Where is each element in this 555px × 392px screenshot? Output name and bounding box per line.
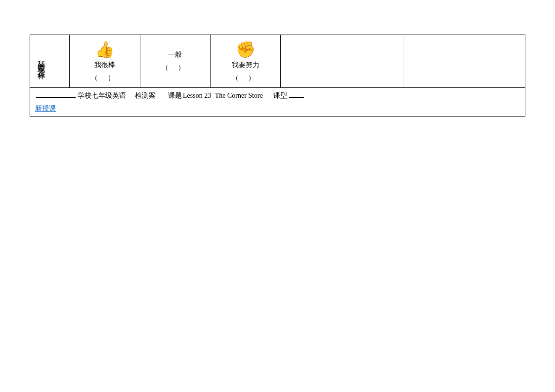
info-line: 学校七年级英语 检测案 课题 Lesson 23 The Corner Stor…: [35, 91, 520, 113]
main-row: 我的表现怎么样 👍 我很棒 （ ） 一般 （ ） ✊ 我要努力: [30, 35, 525, 88]
info-cell: 学校七年级英语 检测案 课题 Lesson 23 The Corner Stor…: [30, 88, 525, 117]
medium-parens: （ ）: [143, 63, 207, 72]
text-school: 学校七年级英语: [78, 91, 126, 100]
medium-cell: 一般 （ ）: [140, 35, 210, 88]
text-kelei: 课型: [273, 91, 287, 100]
good-icon: 👍: [73, 40, 136, 59]
lesson-category: 新授课: [35, 104, 520, 113]
good-parens: （ ）: [73, 74, 136, 82]
lesson-title: The Corner Store: [215, 92, 263, 100]
good-label: 我很棒: [73, 61, 136, 70]
label-text: 我的表现怎么样: [32, 49, 51, 73]
text-keti: 课题: [168, 91, 182, 100]
effort-cell: ✊ 我要努力 （ ）: [210, 35, 280, 88]
effort-icon: ✊: [213, 40, 277, 59]
medium-label: 一般: [143, 50, 207, 59]
page-container: 我的表现怎么样 👍 我很棒 （ ） 一般 （ ） ✊ 我要努力: [0, 0, 555, 392]
school-blank: [36, 91, 76, 98]
extra-col1: [281, 35, 403, 88]
info-row: 学校七年级英语 检测案 课题 Lesson 23 The Corner Stor…: [30, 88, 525, 117]
effort-label: 我要努力: [213, 61, 277, 70]
lesson-label: Lesson 23: [183, 92, 211, 100]
label-cell: 我的表现怎么样: [30, 35, 70, 88]
effort-parens: （ ）: [213, 74, 277, 82]
text-jiance: 检测案: [135, 91, 156, 100]
type-blank: [289, 91, 304, 98]
extra-col2: [403, 35, 525, 88]
good-cell: 👍 我很棒 （ ）: [70, 35, 140, 88]
info-line-top: 学校七年级英语 检测案 课题 Lesson 23 The Corner Stor…: [35, 91, 520, 100]
main-table: 我的表现怎么样 👍 我很棒 （ ） 一般 （ ） ✊ 我要努力: [30, 35, 525, 117]
